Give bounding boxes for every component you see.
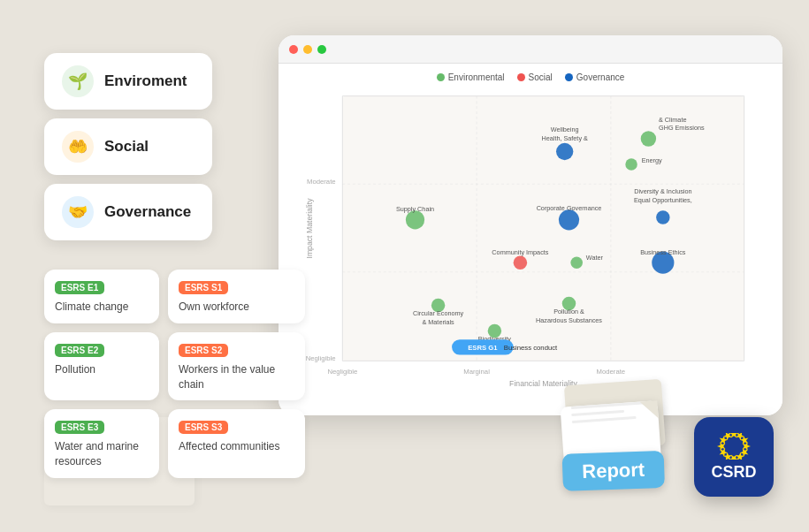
svg-text:& Climate: & Climate (659, 116, 686, 124)
svg-point-28 (656, 210, 669, 224)
environment-icon: 🌱 (62, 65, 94, 97)
svg-text:Supply Chain: Supply Chain (396, 205, 434, 213)
svg-text:Business Ethics: Business Ethics (640, 248, 686, 256)
esrs-s3-card[interactable]: ESRS S3 Affected communities (168, 409, 305, 478)
paper-line (572, 416, 637, 423)
esrs-s2-card[interactable]: ESRS S2 Workers in the value chain (168, 332, 305, 401)
esrs-s1-title: Own workforce (179, 300, 294, 315)
esrs-e2-card[interactable]: ESRS E2 Pollution (44, 332, 159, 401)
svg-text:Moderate: Moderate (307, 178, 336, 186)
browser-dot-green (317, 45, 326, 54)
report-container: Report (558, 374, 661, 473)
legend-dot-gov (565, 73, 573, 81)
svg-text:Community Impacts: Community Impacts (492, 248, 548, 256)
legend-social: Social (517, 72, 553, 82)
legend-label-gov: Governance (576, 72, 624, 82)
svg-point-33 (570, 256, 583, 269)
esrs-s3-title: Affected communities (179, 439, 294, 454)
svg-point-31 (514, 255, 527, 269)
esrs-e2-badge: ESRS E2 (55, 344, 104, 357)
legend-governance: Governance (565, 72, 624, 82)
svg-text:Marginal: Marginal (463, 368, 490, 376)
legend-label-soc: Social (529, 72, 553, 82)
esrs-s1-card[interactable]: ESRS S1 Own workforce (168, 270, 305, 323)
svg-text:Negligible: Negligible (327, 368, 357, 376)
esrs-e2-title: Pollution (55, 362, 149, 377)
legend-dot-soc (517, 73, 525, 81)
legend-dot-env (437, 73, 445, 81)
chart-legend: Environmental Social Governance (287, 72, 774, 82)
svg-text:Business conduct: Business conduct (504, 344, 558, 352)
report-label: Report (562, 451, 665, 491)
svg-text:Circular Economy: Circular Economy (413, 309, 464, 317)
left-panel: 🌱 Enviroment 🤲 Social 🤝 Governance (44, 53, 212, 240)
csrd-text: CSRD (711, 463, 756, 482)
svg-text:ESRS G1: ESRS G1 (468, 344, 498, 352)
browser-dot-yellow (303, 45, 312, 54)
browser-dot-red (289, 45, 298, 54)
scatter-chart: Impact Materiality Financial Materiality… (287, 87, 774, 395)
legend-environmental: Environmental (437, 72, 505, 82)
esrs-s3-badge: ESRS S3 (179, 421, 228, 434)
svg-text:Health, Safety &: Health, Safety & (541, 134, 588, 142)
governance-icon: 🤝 (62, 196, 94, 228)
chart-area: Environmental Social Governance (279, 64, 782, 415)
svg-point-16 (556, 143, 573, 160)
svg-text:Negligible: Negligible (306, 354, 336, 362)
esrs-grid: ESRS E1 Climate change ESRS S1 Own workf… (44, 270, 305, 478)
svg-text:Water: Water (586, 254, 604, 262)
svg-text:Energy: Energy (642, 156, 662, 164)
governance-label: Governance (104, 203, 191, 221)
esrs-e1-card[interactable]: ESRS E1 Climate change (44, 270, 159, 323)
svg-text:Wellbeing: Wellbeing (551, 125, 579, 133)
esrs-e1-badge: ESRS E1 (55, 281, 104, 294)
csrd-badge: CSRD (694, 417, 774, 497)
social-card[interactable]: 🤲 Social (44, 118, 212, 175)
environment-card[interactable]: 🌱 Enviroment (44, 53, 212, 110)
svg-text:Equal Opportunities,: Equal Opportunities, (634, 196, 692, 204)
legend-label-env: Environmental (448, 72, 505, 82)
svg-text:& Materials: & Materials (422, 318, 454, 326)
social-icon: 🤲 (62, 131, 94, 163)
esrs-e3-card[interactable]: ESRS E3 Water and marine resources (44, 409, 159, 478)
browser-bar (279, 35, 782, 64)
corner-fold (639, 400, 658, 419)
svg-point-22 (625, 158, 637, 171)
esrs-s2-title: Workers in the value chain (179, 362, 294, 392)
esrs-e3-title: Water and marine resources (55, 439, 149, 469)
paper-line (571, 410, 624, 416)
svg-text:Pollution &: Pollution & (553, 308, 584, 315)
social-label: Social (104, 138, 149, 156)
governance-card[interactable]: 🤝 Governance (44, 184, 212, 240)
esrs-s2-badge: ESRS S2 (179, 344, 228, 357)
svg-text:Hazardous Substances: Hazardous Substances (536, 316, 602, 324)
svg-text:Diversity & Inclusion: Diversity & Inclusion (634, 187, 691, 195)
svg-point-19 (641, 131, 656, 146)
svg-point-26 (559, 209, 579, 230)
svg-text:Impact Materiality: Impact Materiality (305, 198, 314, 259)
esrs-s1-badge: ESRS S1 (179, 281, 228, 294)
esrs-e1-title: Climate change (55, 300, 149, 315)
chart-browser-window: Environmental Social Governance (279, 35, 782, 415)
report-text: Report (582, 459, 645, 483)
environment-label: Enviroment (104, 72, 187, 90)
svg-text:Corporate Governance: Corporate Governance (537, 204, 602, 212)
svg-text:GHG Emissions: GHG Emissions (659, 124, 705, 132)
svg-text:Moderate: Moderate (597, 368, 626, 376)
main-container: 🌱 Enviroment 🤲 Social 🤝 Governance ESRS … (0, 0, 809, 532)
svg-point-24 (406, 210, 424, 229)
eu-stars (712, 433, 756, 460)
esrs-e3-badge: ESRS E3 (55, 421, 104, 434)
